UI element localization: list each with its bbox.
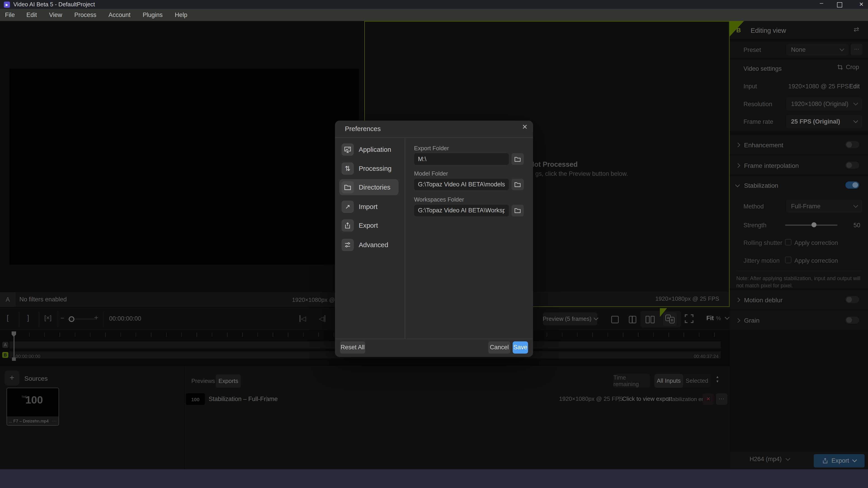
- menu-process[interactable]: Process: [68, 11, 102, 19]
- import-icon: ↗: [342, 201, 354, 213]
- save-button[interactable]: Save: [513, 341, 528, 354]
- export-folder-label: Export Folder: [414, 145, 449, 152]
- menu-edit[interactable]: Edit: [20, 11, 43, 19]
- divider: [335, 339, 533, 339]
- folder-icon: [514, 156, 521, 162]
- minimize-button[interactable]: –: [815, 0, 828, 8]
- menu-file[interactable]: File: [0, 11, 20, 19]
- app-logo-icon: ▶: [4, 2, 10, 8]
- workspaces-folder-label: Workspaces Folder: [414, 196, 464, 203]
- menu-bar: File Edit View Process Account Plugins H…: [0, 9, 868, 21]
- folder-icon: [514, 207, 521, 214]
- close-button[interactable]: ×: [855, 0, 868, 9]
- dialog-item-label: Directories: [359, 184, 391, 191]
- dialog-title: Preferences: [345, 125, 381, 133]
- reset-all-button[interactable]: Reset All: [340, 341, 366, 354]
- dialog-item-label: Advanced: [359, 241, 388, 249]
- export-folder-browse-button[interactable]: [512, 153, 524, 165]
- model-folder-input[interactable]: [414, 179, 509, 190]
- dialog-item-export[interactable]: Export: [339, 217, 399, 233]
- workspaces-folder-browse-button[interactable]: [512, 205, 524, 216]
- processing-icon: ⇅: [342, 162, 354, 175]
- maximize-button[interactable]: [837, 2, 842, 8]
- title-bar: [0, 0, 868, 9]
- sliders-icon: [342, 239, 354, 251]
- dialog-item-directories[interactable]: Directories: [339, 179, 399, 195]
- window-title: Video AI Beta 5 - DefaultProject: [13, 1, 95, 8]
- dialog-item-processing[interactable]: ⇅ Processing: [339, 160, 399, 176]
- cancel-button[interactable]: Cancel: [488, 341, 510, 354]
- model-folder-label: Model Folder: [414, 170, 448, 177]
- dialog-item-advanced[interactable]: Advanced: [339, 237, 399, 253]
- menu-view[interactable]: View: [43, 11, 68, 19]
- divider: [405, 138, 405, 339]
- taskbar: Ps ▸ 44 72 4.8 ⌨ DEU 09:16 08.04.2024: [0, 469, 868, 488]
- preferences-dialog: Preferences × Application ⇅ Processing D…: [335, 121, 533, 357]
- dialog-item-application[interactable]: Application: [339, 142, 399, 158]
- export-folder-input[interactable]: [414, 153, 509, 165]
- dialog-close-button[interactable]: ×: [519, 122, 530, 134]
- folder-icon: [342, 181, 354, 193]
- menu-plugins[interactable]: Plugins: [136, 11, 168, 19]
- divider: [335, 137, 533, 138]
- save-label: Save: [513, 344, 527, 351]
- dialog-item-label: Import: [359, 203, 377, 210]
- cancel-label: Cancel: [490, 344, 509, 351]
- dialog-item-label: Processing: [359, 165, 392, 172]
- menu-help[interactable]: Help: [168, 11, 193, 19]
- dialog-item-label: Application: [359, 146, 391, 153]
- dialog-item-label: Export: [359, 222, 378, 229]
- model-folder-browse-button[interactable]: [512, 179, 524, 190]
- dialog-item-import[interactable]: ↗ Import: [339, 199, 399, 215]
- app-window: ▶ Video AI Beta 5 - DefaultProject – × F…: [0, 0, 868, 488]
- reset-all-label: Reset All: [341, 344, 365, 351]
- folder-icon: [514, 182, 521, 188]
- application-icon: [342, 143, 354, 156]
- workspaces-folder-input[interactable]: [414, 205, 509, 216]
- export-icon: [342, 219, 354, 232]
- menu-account[interactable]: Account: [102, 11, 136, 19]
